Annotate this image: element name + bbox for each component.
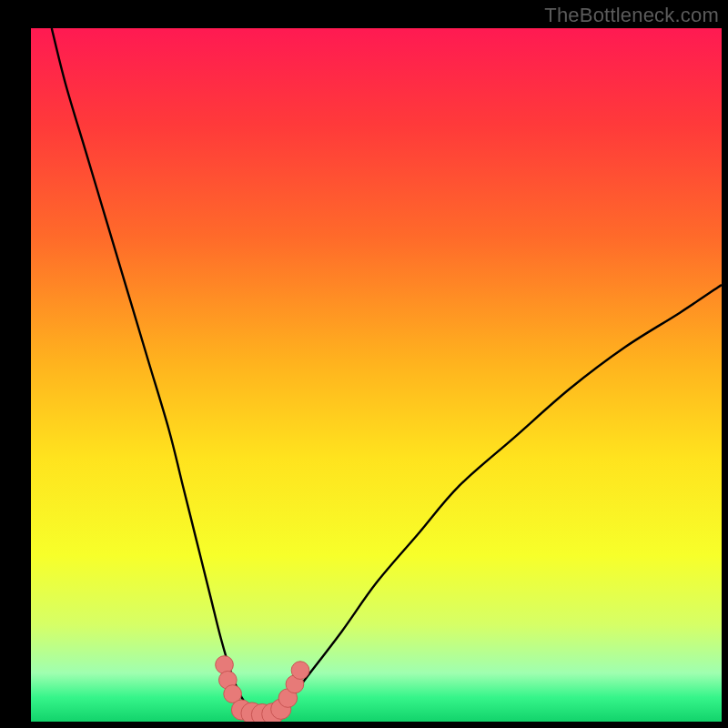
gradient-background	[31, 28, 722, 722]
bottleneck-chart	[0, 0, 728, 728]
curve-marker	[216, 656, 234, 674]
curve-marker	[291, 662, 309, 680]
chart-frame: TheBottleneck.com	[0, 0, 728, 728]
